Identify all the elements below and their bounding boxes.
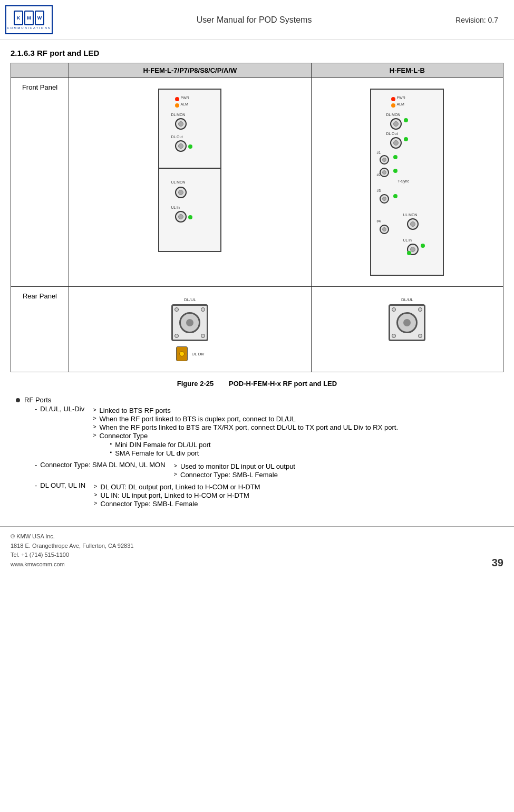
- rear-panel-left-art: DL/UL UL Div: [72, 292, 308, 366]
- ul-mon-label: UL MON: [171, 180, 185, 184]
- sma-female: SMA Female for UL div port: [110, 449, 211, 457]
- ul-in-dot-r: [421, 244, 425, 248]
- col2-header: H-FEM-L-7/P7/P8/S8/C/P/A/W: [69, 63, 312, 78]
- bolt-br-r: [418, 334, 422, 338]
- rear-panel-label: Rear Panel: [11, 287, 69, 372]
- dl-ul-connector-right: [389, 304, 425, 341]
- conn-hash2: [380, 168, 389, 177]
- bullet-section: RF Ports DL/UL, UL-Div Linked to BTS RF …: [16, 396, 498, 510]
- dl-mon-conn-r: [390, 118, 402, 130]
- footer-tel: Tel. +1 (714) 515-1100: [11, 550, 133, 560]
- header-revision: Revision: 0.7: [455, 16, 498, 24]
- logo-box: K M W COMMUNICATIONS: [5, 5, 53, 34]
- sma-mon-item: Connector Type: SMA DL MON, UL MON Used …: [35, 461, 398, 480]
- rear-panel-right-cell: DL/UL: [311, 287, 503, 372]
- ul-mon-connector: [175, 187, 187, 198]
- connector-type: Connector Type Mini DIN Female for DL/UL…: [93, 432, 398, 458]
- conn-hash1: [380, 155, 389, 165]
- duplex-port: When the RF port linked to BTS is duplex…: [93, 415, 398, 423]
- dot-hash2: [393, 169, 397, 173]
- dl-ul-label-left: DL/UL: [184, 297, 196, 302]
- txrx-port: When the RF ports linked to BTS are TX/R…: [93, 423, 398, 431]
- header-title: User Manual for POD Systems: [197, 15, 312, 25]
- linked-bts: Linked to BTS RF ports: [93, 407, 398, 414]
- dl-out-sub: DL OUT: DL output port, Linked to H-COM …: [94, 482, 260, 508]
- conn-hash4: [380, 225, 389, 234]
- front-panel-left-cell: PWR ALM DL MON DL Out: [69, 78, 312, 287]
- mini-din: Mini DIN Female for DL/UL port: [110, 441, 211, 449]
- pwr-led-r: [391, 97, 395, 101]
- figure-caption-text: POD-H-FEM-H-x RF port and LED: [229, 380, 337, 388]
- hash4-label: #4: [376, 219, 381, 223]
- ul-in-label-r: UL In: [403, 238, 411, 242]
- dl-ul-sub-list: Linked to BTS RF ports When the RF port …: [93, 406, 398, 459]
- alm-led-r: [391, 103, 395, 108]
- col1-header: [11, 63, 69, 78]
- dl-ul-center-left: [186, 319, 193, 326]
- ul-mon-conn-r: [407, 218, 419, 230]
- alm-label: ALM: [180, 102, 188, 106]
- bolt-tl: [174, 307, 179, 312]
- bolt-bl: [174, 334, 179, 338]
- footer-web: www.kmwcomm.com: [11, 560, 133, 569]
- dl-out-dot: [188, 144, 192, 149]
- footer-info: © KMW USA Inc. 1818 E. Orangethrope Ave,…: [11, 532, 133, 569]
- front-panel-right-cell: PWR ALM DL MON DL Out: [311, 78, 503, 287]
- rear-panel-left-cell: DL/UL UL Div: [69, 287, 312, 372]
- bolt-br: [201, 334, 205, 338]
- panel-divider: [159, 168, 220, 169]
- dot-hash1: [393, 155, 397, 159]
- front-panel-right-art: PWR ALM DL MON DL Out: [370, 89, 444, 276]
- ul-in-desc: UL IN: UL input port, Linked to H-COM or…: [94, 491, 260, 499]
- section-heading: 2.1.6.3 RF port and LED: [11, 49, 503, 57]
- bolt-tr: [201, 307, 205, 312]
- rf-ports-sub-list: DL/UL, UL-Div Linked to BTS RF ports Whe…: [35, 405, 398, 509]
- dl-out-conn-r: [390, 137, 402, 149]
- alm-led: [175, 103, 179, 108]
- dl-mon-connector: [175, 118, 187, 130]
- ul-in-dot: [188, 215, 192, 219]
- connector-type-sub: Mini DIN Female for DL/UL port SMA Femal…: [110, 441, 211, 457]
- ul-in-connector: [175, 211, 187, 223]
- pwr-led: [175, 97, 179, 101]
- pwr-label: PWR: [180, 96, 189, 100]
- dl-ul-inner-right: [396, 312, 418, 333]
- ul-in-label: UL In: [171, 206, 179, 209]
- dl-ul-center-right: [403, 319, 411, 326]
- dl-mon-label: DL MON: [171, 113, 185, 117]
- dl-out-connector: [175, 140, 187, 152]
- col3-header: H-FEM-L-B: [311, 63, 503, 78]
- ul-div-connector: [176, 346, 188, 361]
- page-header: K M W COMMUNICATIONS User Manual for POD…: [0, 0, 514, 40]
- hash3-label: #3: [376, 189, 381, 192]
- figure-label: Figure 2-25: [177, 380, 214, 388]
- monitor-dl: Used to monitor DL input or UL output: [174, 462, 295, 470]
- front-panel-left-art: PWR ALM DL MON DL Out: [158, 89, 221, 252]
- smb-female: Connector Type: SMB-L Female: [174, 471, 295, 479]
- footer-company: © KMW USA Inc.: [11, 532, 133, 542]
- dl-ul-connector-left: [171, 304, 208, 341]
- bullet-dot-rf: [16, 398, 20, 402]
- dl-ul-label-right: DL/UL: [401, 297, 413, 302]
- dl-out-item: DL OUT, UL IN DL OUT: DL output port, Li…: [35, 481, 398, 509]
- dl-ul-inner-left: [179, 312, 200, 333]
- conn-hash3: [380, 194, 389, 204]
- sma-mon-text: Connector Type: SMA DL MON, UL MON: [40, 461, 165, 469]
- dl-mon-label-r: DL MON: [386, 113, 400, 117]
- logo-area: K M W COMMUNICATIONS: [5, 5, 53, 34]
- dl-out-text: DL OUT, UL IN: [40, 481, 85, 489]
- dl-out-label: DL Out: [171, 135, 182, 139]
- smb-female-2: Connector Type: SMB-L Female: [94, 500, 260, 508]
- pwr-label-r: PWR: [396, 96, 405, 100]
- ul-div-label: UL Div: [192, 352, 205, 356]
- ul-mon-label-r: UL MON: [403, 213, 417, 217]
- dl-out-desc: DL OUT: DL output port, Linked to H-COM …: [94, 483, 260, 491]
- figure-caption: Figure 2-25 POD-H-FEM-H-x RF port and LE…: [11, 380, 503, 388]
- t-sync-label: T-Sync: [397, 179, 409, 183]
- page-number: 39: [492, 557, 503, 569]
- rf-ports-label: RF Ports: [24, 396, 51, 404]
- logo-subtitle: COMMUNICATIONS: [7, 26, 51, 30]
- rf-port-led-table: H-FEM-L-7/P7/P8/S8/C/P/A/W H-FEM-L-B Fro…: [11, 63, 503, 372]
- footer-address: 1818 E. Orangethrope Ave, Fullerton, CA …: [11, 542, 133, 551]
- main-bullet-list: RF Ports DL/UL, UL-Div Linked to BTS RF …: [16, 396, 498, 510]
